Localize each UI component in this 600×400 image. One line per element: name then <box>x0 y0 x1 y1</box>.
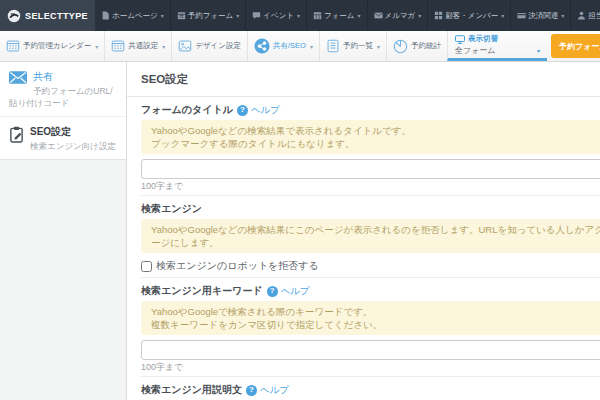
toolbar-item-share-seo[interactable]: 共有/SEO ▾ <box>248 31 320 61</box>
chevron-down-icon: ▾ <box>162 43 165 50</box>
sidebar-item-subtitle: 予約フォームのURL/貼り付けコード <box>9 85 118 109</box>
chevron-down-icon: ▾ <box>161 12 164 19</box>
brand-name: SELECTTYPE <box>25 11 88 21</box>
page-icon <box>101 11 110 20</box>
mail-icon <box>9 71 27 84</box>
toolbar-item-reservation-list[interactable]: 予約一覧 ▾ <box>320 31 387 61</box>
card-icon <box>517 11 526 20</box>
question-icon: ? <box>246 385 257 396</box>
nav-item-staff[interactable]: 担当者管理 <box>571 0 600 31</box>
chevron-down-icon: ▾ <box>297 12 300 19</box>
help-link[interactable]: ? ヘルプ <box>246 384 289 396</box>
calendar-icon <box>177 11 186 20</box>
nav-item-customers[interactable]: 顧客・メンバー ▾ <box>428 0 511 31</box>
table-icon <box>313 11 322 20</box>
clipboard-icon <box>9 126 24 143</box>
page-title: SEO設定 <box>127 62 600 97</box>
calendar-grid-icon <box>111 39 125 53</box>
show-reservation-form-button-toolbar[interactable]: 予約フォームを表示 <box>551 34 600 58</box>
document-icon <box>326 39 340 53</box>
selecttype-logo-icon <box>7 9 21 23</box>
chevron-down-icon: ▾ <box>561 12 564 19</box>
chevron-down-icon: ▾ <box>236 12 239 19</box>
keywords-input[interactable] <box>141 340 600 360</box>
sidebar-item-title: SEO設定 <box>9 125 118 138</box>
nav-item-payment[interactable]: 決済関連 ▾ <box>511 0 571 31</box>
section-label: 検索エンジン用キーワード <box>141 285 263 297</box>
help-link[interactable]: ? ヘルプ <box>267 285 310 297</box>
share-icon <box>254 38 270 54</box>
char-limit-hint: 100字まで <box>141 182 600 191</box>
grid-icon <box>434 11 443 20</box>
form-title-input[interactable] <box>141 159 600 179</box>
question-icon: ? <box>267 286 278 297</box>
toolbar: 予約管理カレンダー ▾ 共通設定 ▾ デザイン設定 共有/SEO ▾ 予約一覧 … <box>0 31 600 62</box>
monitor-icon <box>455 35 465 44</box>
nav-item-reservation-form[interactable]: 予約フォーム ▾ <box>171 0 247 31</box>
view-switch-dropdown[interactable]: 表示切替 全フォーム ▾ <box>447 31 547 61</box>
reject-robots-row[interactable]: 検索エンジンのロボットを拒否する <box>141 259 600 273</box>
chevron-down-icon: ▾ <box>310 43 313 50</box>
brand[interactable]: SELECTTYPE <box>0 0 95 31</box>
help-link[interactable]: ? ヘルプ <box>237 104 280 116</box>
image-icon <box>178 39 192 53</box>
mail-icon <box>374 11 383 20</box>
chevron-down-icon: ▾ <box>418 12 421 19</box>
main-panel: SEO設定 フォームのタイトル ? ヘルプ YahooやGoogleなどの検索結… <box>127 62 600 400</box>
sidebar-item-share[interactable]: 共有 予約フォームのURL/貼り付けコード <box>0 62 126 116</box>
note-box: YahooやGoogleで検索される際のキーワードです。 複数キーワードをカンマ… <box>141 301 600 335</box>
nav-item-form[interactable]: フォーム ▾ <box>307 0 368 31</box>
toolbar-item-common-settings[interactable]: 共通設定 ▾ <box>105 31 172 61</box>
toolbar-item-reservation-stats[interactable]: 予約統計 <box>387 31 447 61</box>
reject-robots-checkbox[interactable] <box>141 261 152 272</box>
char-limit-hint: 100字まで <box>141 363 600 372</box>
section-label: 検索エンジン <box>141 203 202 215</box>
person-icon <box>577 11 586 20</box>
view-switch-label: 表示切替 <box>468 34 498 44</box>
section-keywords: 検索エンジン用キーワード ? ヘルプ YahooやGoogleで検索される際のキ… <box>141 277 600 376</box>
section-label: 検索エンジン用説明文 <box>141 384 242 396</box>
workspace: 共有 予約フォームのURL/貼り付けコード SEO設定 検索エンジン向け設定 S… <box>0 62 600 400</box>
chevron-down-icon: ▾ <box>537 47 540 54</box>
question-icon: ? <box>237 105 248 116</box>
section-search-engine: 検索エンジン YahooやGoogleなどの検索結果にこのページが表示されるのを… <box>141 195 600 277</box>
chevron-down-icon: ▾ <box>377 43 380 50</box>
chat-icon <box>252 11 261 20</box>
toolbar-item-reservation-calendar[interactable]: 予約管理カレンダー ▾ <box>0 31 105 61</box>
chevron-down-icon: ▾ <box>501 12 504 19</box>
toolbar-item-design-settings[interactable]: デザイン設定 <box>172 31 248 61</box>
nav-item-event[interactable]: イベント ▾ <box>246 0 307 31</box>
sidebar-item-seo-settings[interactable]: SEO設定 検索エンジン向け設定 <box>0 116 126 159</box>
nav-item-mailmag[interactable]: メルマガ ▾ <box>368 0 429 31</box>
chevron-down-icon: ▾ <box>95 43 98 50</box>
sidebar: 共有 予約フォームのURL/貼り付けコード SEO設定 検索エンジン向け設定 <box>0 62 127 400</box>
view-switch-value: 全フォーム <box>455 45 496 56</box>
nav-item-homepage[interactable]: ホームページ ▾ <box>95 0 171 31</box>
top-navbar: SELECTTYPE ホームページ ▾ 予約フォーム ▾ イベント ▾ フォーム… <box>0 0 600 31</box>
section-label: フォームのタイトル <box>141 104 233 116</box>
section-description: 検索エンジン用説明文 ? ヘルプ YahooやGoogleなどの検索結果で表示さ… <box>141 376 600 400</box>
note-box: YahooやGoogleなどの検索結果にこのページが表示されるのを拒否します。U… <box>141 219 600 253</box>
section-form-title: フォームのタイトル ? ヘルプ YahooやGoogleなどの検索結果で表示され… <box>141 97 600 195</box>
chevron-down-icon: ▾ <box>358 12 361 19</box>
calendar-grid-icon <box>6 39 20 53</box>
sidebar-item-subtitle: 検索エンジン向け設定 <box>9 140 118 152</box>
note-box: YahooやGoogleなどの検索結果で表示されるタイトルです。 ブックマークす… <box>141 120 600 154</box>
pie-chart-icon <box>393 39 408 54</box>
